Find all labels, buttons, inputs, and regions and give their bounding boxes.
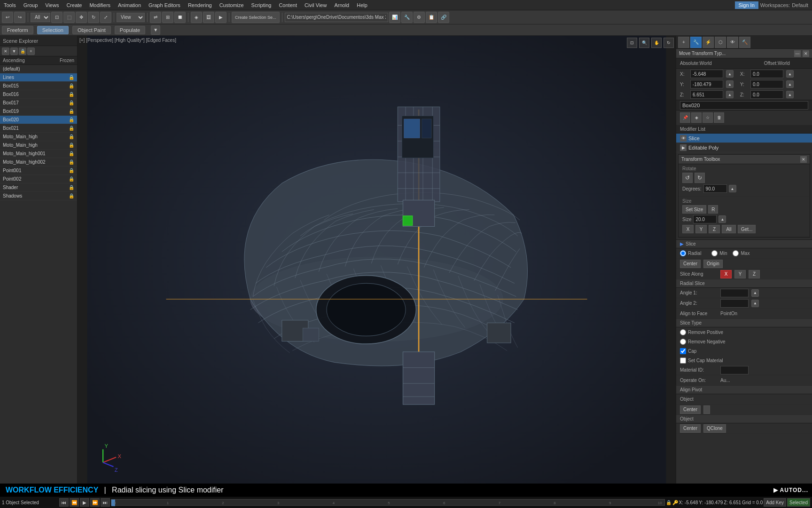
create-selection-button[interactable]: Create Selection Se... xyxy=(232,12,280,23)
orbit-button[interactable]: ↻ xyxy=(664,38,674,48)
pan-button[interactable]: ✋ xyxy=(651,38,662,48)
list-item[interactable]: Box020🔒 xyxy=(0,116,77,124)
redo-button[interactable]: ↪ xyxy=(14,12,25,23)
menu-content[interactable]: Content xyxy=(275,1,301,9)
remove-negative-radio[interactable] xyxy=(680,339,686,345)
menu-create[interactable]: Create xyxy=(62,1,86,9)
list-item[interactable]: Shadows🔒 xyxy=(0,192,77,200)
render-setup-button[interactable]: 🖼 xyxy=(203,12,214,23)
menu-animation[interactable]: Animation xyxy=(114,1,145,9)
y-axis-button[interactable]: Y xyxy=(695,225,707,233)
all-axis-button[interactable]: All xyxy=(722,225,736,233)
zoom-extents-button[interactable]: ⊡ xyxy=(627,38,637,48)
align-pivot-section[interactable]: Align Pivot xyxy=(676,386,812,394)
slice-y-button[interactable]: Y xyxy=(734,270,746,278)
align-center-button[interactable]: Center xyxy=(680,405,701,414)
max-radio[interactable] xyxy=(733,250,739,256)
menu-arnold[interactable]: Arnold xyxy=(330,1,353,9)
move-button[interactable]: ✥ xyxy=(76,12,87,23)
list-item[interactable]: Point001🔒 xyxy=(0,167,77,175)
sign-in-button[interactable]: Sign In xyxy=(735,1,758,9)
viewport[interactable]: [+] [Perspective] [High Quality*] [Edged… xyxy=(78,36,676,484)
transform-toolbox-header[interactable]: Transform Toolbox ✕ xyxy=(679,155,810,164)
menu-modifiers[interactable]: Modifiers xyxy=(86,1,114,9)
menu-group[interactable]: Group xyxy=(20,1,42,9)
x-off-up[interactable]: ▲ xyxy=(786,70,794,78)
scene-close-button[interactable]: ✕ xyxy=(2,48,9,55)
set-size-button[interactable]: Set Size xyxy=(682,205,706,214)
all-select[interactable]: All xyxy=(31,13,50,22)
menu-rendering[interactable]: Rendering xyxy=(184,1,216,9)
list-item[interactable]: Moto_Main_high🔒 xyxy=(0,133,77,141)
zoom-button[interactable]: 🔍 xyxy=(639,38,649,48)
r-button[interactable]: R xyxy=(708,205,718,214)
angle1-up[interactable]: ▲ xyxy=(751,289,759,297)
timeline-track[interactable]: 0 1 2 3 4 5 6 7 8 9 10 xyxy=(111,499,665,506)
view-select[interactable]: View xyxy=(117,13,145,22)
remove-modifier-button[interactable]: 🗑 xyxy=(714,112,724,123)
x-abs-up[interactable]: ▲ xyxy=(726,70,734,78)
extra-tool-btn[interactable]: ▼ xyxy=(151,25,160,35)
slice-x-button[interactable]: X xyxy=(720,270,732,278)
x-axis-button[interactable]: X xyxy=(682,225,694,233)
y-abs-up[interactable]: ▲ xyxy=(726,80,734,88)
y-off-up[interactable]: ▲ xyxy=(786,80,794,88)
align-origin-button[interactable] xyxy=(703,405,710,414)
align-button[interactable]: ⊞ xyxy=(162,12,173,23)
slice-visibility-icon[interactable]: 👁 xyxy=(680,135,687,142)
list-item[interactable]: Box016🔒 xyxy=(0,90,77,99)
object-name-input[interactable] xyxy=(680,101,808,110)
modifier-item-editable-poly[interactable]: ▶ Editable Poly xyxy=(676,143,812,152)
list-item[interactable]: (default) xyxy=(0,65,77,73)
next-frame-button[interactable]: ⏩ xyxy=(90,498,100,507)
graph-editors-button[interactable]: 📊 xyxy=(389,12,400,23)
extra-btn2[interactable]: ⚙ xyxy=(414,12,425,23)
angle2-input[interactable] xyxy=(720,299,749,308)
scene-add-button[interactable]: + xyxy=(27,48,35,55)
transform-close-button[interactable]: ✕ xyxy=(803,50,809,57)
modifier-item-slice[interactable]: 👁 Slice xyxy=(676,134,812,143)
hierarchy-panel-button[interactable]: ⚡ xyxy=(703,37,714,48)
scale-button[interactable]: ⤢ xyxy=(100,12,111,23)
freeform-tab[interactable]: Freeform xyxy=(2,26,33,34)
create-panel-button[interactable]: + xyxy=(678,37,689,48)
object-qclone-button[interactable]: QClone xyxy=(703,424,726,433)
menu-scripting[interactable]: Scripting xyxy=(248,1,275,9)
list-item[interactable]: Moto_Main_high001🔒 xyxy=(0,150,77,158)
menu-views[interactable]: Views xyxy=(41,1,62,9)
make-unique-button[interactable]: ☆ xyxy=(703,112,713,123)
extra-btn1[interactable]: 🔧 xyxy=(401,12,413,23)
degrees-up[interactable]: ▲ xyxy=(729,185,736,192)
scene-lock-button[interactable]: 🔒 xyxy=(19,48,26,55)
list-item[interactable]: Box017🔒 xyxy=(0,99,77,107)
rotate-pos-button[interactable]: ↻ xyxy=(695,173,705,183)
menu-tools[interactable]: Tools xyxy=(0,1,20,9)
z-abs-input[interactable] xyxy=(690,90,723,99)
object-section[interactable]: Object xyxy=(676,415,812,423)
add-key-button[interactable]: Add Key xyxy=(764,498,786,507)
z-off-up[interactable]: ▲ xyxy=(786,91,794,98)
menu-graph-editors[interactable]: Graph Editors xyxy=(145,1,184,9)
list-item[interactable]: Box019🔒 xyxy=(0,107,77,116)
cap-checkbox[interactable] xyxy=(680,348,686,354)
transform-minimize-button[interactable]: — xyxy=(794,50,801,57)
slice-z-button[interactable]: Z xyxy=(749,270,760,278)
angle2-up[interactable]: ▲ xyxy=(751,300,759,307)
motion-panel-button[interactable]: ⬡ xyxy=(715,37,726,48)
menu-help[interactable]: Help xyxy=(353,1,371,9)
list-item[interactable]: Box015🔒 xyxy=(0,82,77,90)
z-abs-up[interactable]: ▲ xyxy=(726,91,734,98)
min-radio[interactable] xyxy=(711,250,718,256)
selection-tab[interactable]: Selection xyxy=(37,26,69,34)
toolbox-close-button[interactable]: ✕ xyxy=(800,156,807,163)
show-end-result-button[interactable]: ◈ xyxy=(691,112,702,123)
rotate-neg-button[interactable]: ↺ xyxy=(682,173,693,183)
degrees-input[interactable] xyxy=(703,184,727,193)
set-cap-material-checkbox[interactable] xyxy=(680,357,686,364)
pin-modifier-button[interactable]: 📌 xyxy=(680,112,690,123)
origin-button[interactable]: Origin xyxy=(703,260,723,268)
end-frame-button[interactable]: ⏭ xyxy=(101,498,110,507)
list-item[interactable]: Moto_Main_high002🔒 xyxy=(0,158,77,167)
transform-header[interactable]: Move Transform Typ... — ✕ xyxy=(676,49,812,58)
slice-section-header[interactable]: ▶ Slice xyxy=(676,240,812,248)
